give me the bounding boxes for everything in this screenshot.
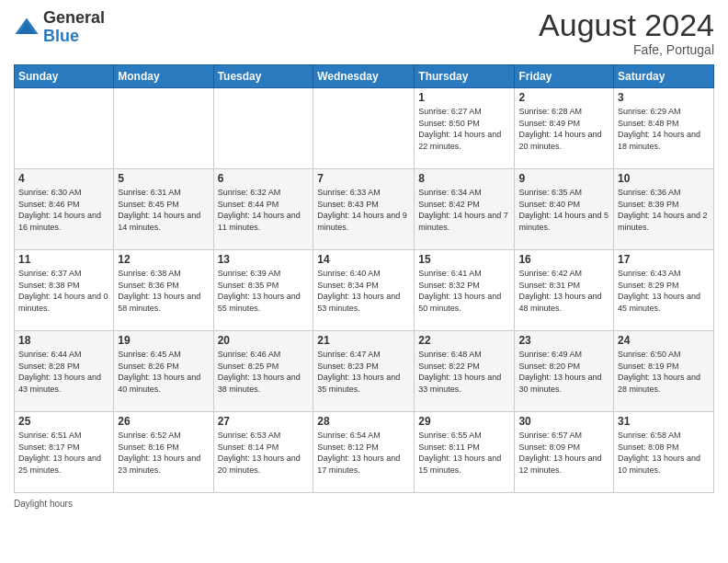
calendar-cell: 18Sunrise: 6:44 AM Sunset: 8:28 PM Dayli…	[15, 331, 114, 412]
day-number: 8	[418, 172, 510, 185]
calendar-cell: 6Sunrise: 6:32 AM Sunset: 8:44 PM Daylig…	[213, 169, 313, 250]
logo-blue-text: Blue	[43, 28, 105, 46]
day-info: Sunrise: 6:41 AM Sunset: 8:32 PM Dayligh…	[418, 268, 510, 314]
day-number: 15	[418, 253, 510, 266]
day-info: Sunrise: 6:55 AM Sunset: 8:11 PM Dayligh…	[418, 430, 510, 476]
calendar-cell: 15Sunrise: 6:41 AM Sunset: 8:32 PM Dayli…	[415, 250, 515, 331]
calendar-cell: 12Sunrise: 6:38 AM Sunset: 8:36 PM Dayli…	[114, 250, 213, 331]
calendar-cell: 14Sunrise: 6:40 AM Sunset: 8:34 PM Dayli…	[313, 250, 415, 331]
day-number: 17	[618, 253, 710, 266]
day-info: Sunrise: 6:57 AM Sunset: 8:09 PM Dayligh…	[518, 430, 609, 476]
title-area: August 2024 Fafe, Portugal	[539, 9, 714, 57]
header: General Blue August 2024 Fafe, Portugal	[14, 9, 714, 57]
day-number: 24	[618, 334, 710, 347]
day-number: 25	[18, 415, 109, 428]
day-info: Sunrise: 6:42 AM Sunset: 8:31 PM Dayligh…	[518, 268, 609, 314]
day-number: 7	[317, 172, 410, 185]
day-number: 23	[518, 334, 609, 347]
day-number: 19	[118, 334, 209, 347]
calendar-cell: 21Sunrise: 6:47 AM Sunset: 8:23 PM Dayli…	[313, 331, 415, 412]
day-number: 11	[18, 253, 109, 266]
calendar-cell: 1Sunrise: 6:27 AM Sunset: 8:50 PM Daylig…	[415, 88, 515, 169]
day-number: 28	[317, 415, 410, 428]
calendar-day-header: Saturday	[614, 65, 714, 88]
calendar-cell: 9Sunrise: 6:35 AM Sunset: 8:40 PM Daylig…	[515, 169, 614, 250]
calendar-cell: 24Sunrise: 6:50 AM Sunset: 8:19 PM Dayli…	[614, 331, 714, 412]
calendar-cell: 29Sunrise: 6:55 AM Sunset: 8:11 PM Dayli…	[415, 412, 515, 493]
day-number: 10	[618, 172, 710, 185]
day-number: 30	[518, 415, 609, 428]
logo-text: General Blue	[43, 9, 105, 46]
day-info: Sunrise: 6:30 AM Sunset: 8:46 PM Dayligh…	[18, 187, 109, 233]
day-number: 29	[418, 415, 510, 428]
calendar-day-header: Monday	[114, 65, 213, 88]
calendar-cell: 16Sunrise: 6:42 AM Sunset: 8:31 PM Dayli…	[515, 250, 614, 331]
calendar-cell: 20Sunrise: 6:46 AM Sunset: 8:25 PM Dayli…	[213, 331, 313, 412]
day-number: 20	[218, 334, 310, 347]
day-info: Sunrise: 6:38 AM Sunset: 8:36 PM Dayligh…	[118, 268, 209, 314]
day-info: Sunrise: 6:36 AM Sunset: 8:39 PM Dayligh…	[618, 187, 710, 233]
calendar-cell: 22Sunrise: 6:48 AM Sunset: 8:22 PM Dayli…	[415, 331, 515, 412]
calendar-cell: 28Sunrise: 6:54 AM Sunset: 8:12 PM Dayli…	[313, 412, 415, 493]
location: Fafe, Portugal	[539, 42, 714, 57]
day-number: 27	[218, 415, 310, 428]
day-number: 4	[18, 172, 109, 185]
day-info: Sunrise: 6:43 AM Sunset: 8:29 PM Dayligh…	[618, 268, 710, 314]
calendar-cell: 19Sunrise: 6:45 AM Sunset: 8:26 PM Dayli…	[114, 331, 213, 412]
day-info: Sunrise: 6:32 AM Sunset: 8:44 PM Dayligh…	[218, 187, 310, 233]
day-number: 2	[518, 91, 609, 104]
day-info: Sunrise: 6:34 AM Sunset: 8:42 PM Dayligh…	[418, 187, 510, 233]
day-info: Sunrise: 6:27 AM Sunset: 8:50 PM Dayligh…	[418, 106, 510, 152]
logo: General Blue	[14, 9, 105, 46]
month-year: August 2024	[539, 9, 714, 40]
day-info: Sunrise: 6:47 AM Sunset: 8:23 PM Dayligh…	[317, 349, 410, 395]
day-info: Sunrise: 6:46 AM Sunset: 8:25 PM Dayligh…	[218, 349, 310, 395]
day-info: Sunrise: 6:54 AM Sunset: 8:12 PM Dayligh…	[317, 430, 410, 476]
day-number: 5	[118, 172, 209, 185]
day-info: Sunrise: 6:44 AM Sunset: 8:28 PM Dayligh…	[18, 349, 109, 395]
calendar-cell: 7Sunrise: 6:33 AM Sunset: 8:43 PM Daylig…	[313, 169, 415, 250]
day-info: Sunrise: 6:49 AM Sunset: 8:20 PM Dayligh…	[518, 349, 609, 395]
calendar-header-row: SundayMondayTuesdayWednesdayThursdayFrid…	[15, 65, 714, 88]
day-info: Sunrise: 6:50 AM Sunset: 8:19 PM Dayligh…	[618, 349, 710, 395]
day-number: 22	[418, 334, 510, 347]
day-number: 9	[518, 172, 609, 185]
calendar-day-header: Sunday	[15, 65, 114, 88]
day-info: Sunrise: 6:40 AM Sunset: 8:34 PM Dayligh…	[317, 268, 410, 314]
calendar-cell	[15, 88, 114, 169]
day-info: Sunrise: 6:45 AM Sunset: 8:26 PM Dayligh…	[118, 349, 209, 395]
calendar-week-row: 25Sunrise: 6:51 AM Sunset: 8:17 PM Dayli…	[15, 412, 714, 493]
calendar-day-header: Wednesday	[313, 65, 415, 88]
calendar-cell: 31Sunrise: 6:58 AM Sunset: 8:08 PM Dayli…	[614, 412, 714, 493]
calendar-day-header: Tuesday	[213, 65, 313, 88]
calendar-cell	[114, 88, 213, 169]
calendar-day-header: Friday	[515, 65, 614, 88]
day-info: Sunrise: 6:31 AM Sunset: 8:45 PM Dayligh…	[118, 187, 209, 233]
calendar-cell: 8Sunrise: 6:34 AM Sunset: 8:42 PM Daylig…	[415, 169, 515, 250]
day-number: 21	[317, 334, 410, 347]
day-info: Sunrise: 6:48 AM Sunset: 8:22 PM Dayligh…	[418, 349, 510, 395]
calendar-week-row: 1Sunrise: 6:27 AM Sunset: 8:50 PM Daylig…	[15, 88, 714, 169]
page: General Blue August 2024 Fafe, Portugal …	[0, 0, 728, 563]
footer: Daylight hours	[14, 499, 714, 509]
day-number: 16	[518, 253, 609, 266]
day-info: Sunrise: 6:58 AM Sunset: 8:08 PM Dayligh…	[618, 430, 710, 476]
day-info: Sunrise: 6:28 AM Sunset: 8:49 PM Dayligh…	[518, 106, 609, 152]
day-info: Sunrise: 6:52 AM Sunset: 8:16 PM Dayligh…	[118, 430, 209, 476]
calendar-cell: 11Sunrise: 6:37 AM Sunset: 8:38 PM Dayli…	[15, 250, 114, 331]
calendar-cell: 2Sunrise: 6:28 AM Sunset: 8:49 PM Daylig…	[515, 88, 614, 169]
day-info: Sunrise: 6:33 AM Sunset: 8:43 PM Dayligh…	[317, 187, 410, 233]
day-number: 13	[218, 253, 310, 266]
daylight-label: Daylight hours	[14, 499, 73, 509]
calendar-cell: 27Sunrise: 6:53 AM Sunset: 8:14 PM Dayli…	[213, 412, 313, 493]
day-info: Sunrise: 6:37 AM Sunset: 8:38 PM Dayligh…	[18, 268, 109, 314]
day-number: 18	[18, 334, 109, 347]
calendar-week-row: 11Sunrise: 6:37 AM Sunset: 8:38 PM Dayli…	[15, 250, 714, 331]
day-info: Sunrise: 6:51 AM Sunset: 8:17 PM Dayligh…	[18, 430, 109, 476]
calendar-cell	[213, 88, 313, 169]
calendar-cell	[313, 88, 415, 169]
day-info: Sunrise: 6:53 AM Sunset: 8:14 PM Dayligh…	[218, 430, 310, 476]
logo-general-text: General	[43, 9, 105, 28]
calendar-week-row: 18Sunrise: 6:44 AM Sunset: 8:28 PM Dayli…	[15, 331, 714, 412]
day-number: 12	[118, 253, 209, 266]
